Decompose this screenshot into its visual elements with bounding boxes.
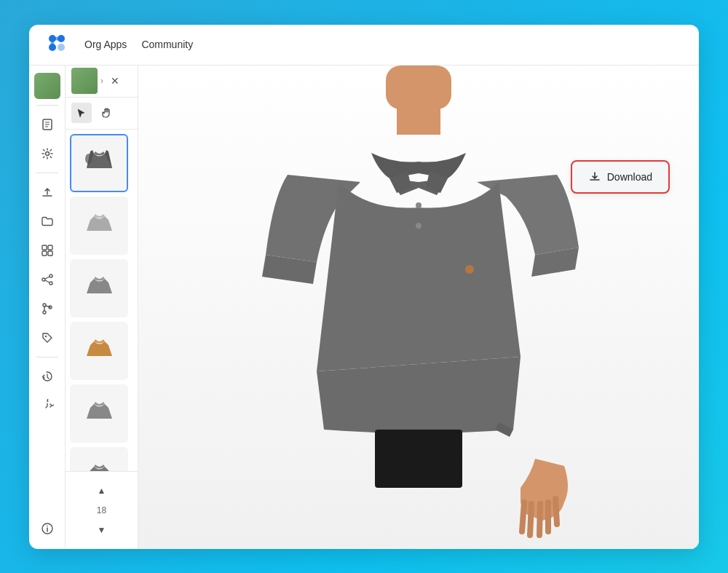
nav-community[interactable]: Community bbox=[141, 36, 193, 53]
svg-line-18 bbox=[45, 277, 50, 279]
svg-rect-13 bbox=[42, 251, 47, 256]
svg-point-28 bbox=[85, 154, 92, 164]
svg-point-21 bbox=[43, 311, 46, 314]
avatar-thumb[interactable] bbox=[71, 68, 98, 94]
document-icon[interactable] bbox=[34, 111, 60, 138]
svg-point-15 bbox=[50, 274, 52, 277]
svg-rect-40 bbox=[375, 430, 462, 488]
close-button[interactable]: ✕ bbox=[106, 72, 124, 90]
logo-icon[interactable] bbox=[44, 30, 70, 59]
branch-icon[interactable] bbox=[34, 296, 60, 322]
download-label: Download bbox=[607, 171, 652, 183]
share-icon[interactable] bbox=[34, 266, 60, 293]
thumbnail-panel: › ✕ bbox=[66, 66, 138, 549]
upload-icon[interactable] bbox=[34, 179, 60, 205]
history-icon-1[interactable] bbox=[34, 363, 60, 390]
thumbnail-toolbar: › ✕ bbox=[66, 66, 138, 98]
avatar[interactable] bbox=[34, 73, 60, 99]
canvas-area: Download bbox=[138, 66, 699, 549]
svg-rect-14 bbox=[48, 251, 52, 256]
divider-1 bbox=[36, 105, 58, 106]
top-nav: Org Apps Community bbox=[29, 25, 699, 66]
page-up-button[interactable]: ▲ bbox=[89, 478, 115, 504]
list-item[interactable] bbox=[70, 259, 128, 317]
svg-point-10 bbox=[45, 151, 49, 155]
download-icon bbox=[588, 170, 601, 183]
thumbnails-list bbox=[66, 130, 138, 471]
svg-point-24 bbox=[44, 335, 46, 336]
main-content: › ✕ bbox=[29, 66, 699, 549]
svg-rect-36 bbox=[397, 106, 440, 135]
canvas-background: Download bbox=[138, 66, 699, 549]
svg-point-3 bbox=[58, 44, 65, 51]
list-item[interactable] bbox=[70, 384, 128, 443]
svg-point-39 bbox=[465, 265, 474, 274]
page-down-button[interactable]: ▼ bbox=[89, 517, 115, 543]
tag-icon[interactable] bbox=[34, 325, 60, 351]
svg-point-27 bbox=[47, 525, 48, 526]
folder-icon[interactable] bbox=[34, 208, 60, 234]
list-item[interactable] bbox=[70, 134, 128, 192]
svg-point-4 bbox=[55, 37, 59, 41]
list-item[interactable] bbox=[70, 197, 128, 255]
download-button[interactable]: Download bbox=[571, 160, 670, 194]
svg-point-5 bbox=[51, 42, 55, 45]
page-number: 18 bbox=[97, 505, 106, 515]
svg-point-16 bbox=[42, 278, 45, 281]
svg-point-38 bbox=[416, 223, 422, 229]
svg-line-19 bbox=[45, 280, 50, 282]
svg-rect-11 bbox=[42, 245, 47, 250]
tools-toolbar bbox=[66, 98, 138, 130]
nav-org-apps[interactable]: Org Apps bbox=[84, 36, 127, 53]
left-sidebar bbox=[29, 66, 66, 549]
svg-point-37 bbox=[416, 202, 422, 208]
list-item[interactable] bbox=[70, 322, 128, 380]
component-icon[interactable] bbox=[34, 237, 60, 264]
list-item[interactable] bbox=[70, 447, 128, 471]
settings-icon[interactable] bbox=[34, 141, 60, 167]
expand-arrow[interactable]: › bbox=[100, 76, 103, 86]
divider-2 bbox=[36, 173, 58, 173]
divider-3 bbox=[36, 357, 58, 357]
polo-figure bbox=[244, 66, 593, 539]
hand-tool[interactable] bbox=[96, 103, 116, 123]
thumbnail-pagination: ▲ 18 ▼ bbox=[66, 471, 138, 549]
app-window: Org Apps Community bbox=[29, 25, 699, 549]
svg-rect-12 bbox=[48, 245, 52, 250]
svg-rect-35 bbox=[386, 66, 451, 109]
cursor-tool[interactable] bbox=[71, 103, 92, 123]
info-icon[interactable] bbox=[34, 515, 60, 542]
history-icon-2[interactable] bbox=[34, 392, 60, 419]
svg-point-17 bbox=[50, 282, 52, 285]
